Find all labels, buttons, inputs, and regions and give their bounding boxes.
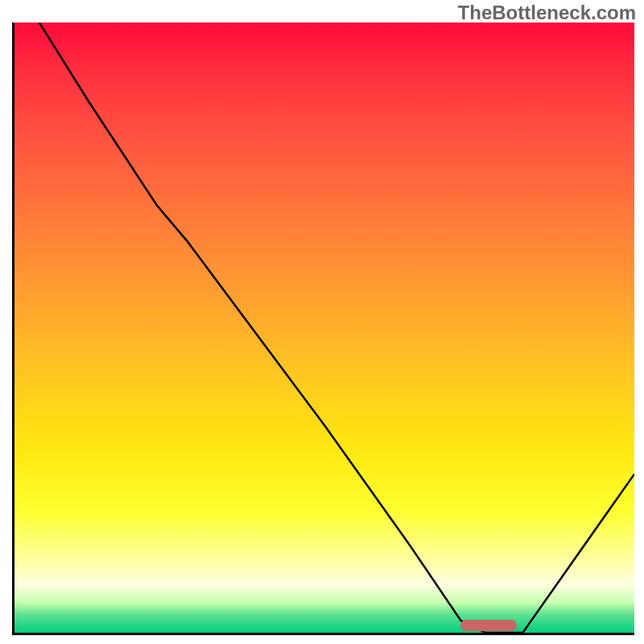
curve-path: [39, 23, 634, 633]
chart-container: TheBottleneck.com: [0, 0, 644, 644]
optimum-marker: [460, 620, 516, 631]
watermark-text: TheBottleneck.com: [458, 2, 636, 24]
plot-area: [12, 23, 634, 635]
line-layer: [14, 23, 634, 633]
